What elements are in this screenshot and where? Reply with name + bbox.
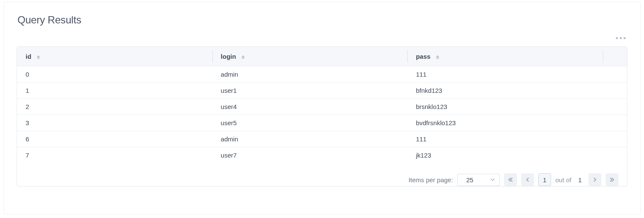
- column-header-label: id: [26, 53, 31, 60]
- table-row: 1 user1 bfnkd123: [17, 83, 627, 99]
- chevron-left-icon: [525, 177, 531, 183]
- total-pages: 1: [576, 176, 584, 184]
- prev-page-button[interactable]: [521, 173, 534, 186]
- cell-id: 3: [17, 115, 212, 131]
- last-page-button[interactable]: [606, 173, 618, 186]
- results-table: id login pass 0 adm: [17, 47, 627, 163]
- chevrons-left-icon: [508, 177, 513, 183]
- items-per-page-label: Items per page:: [409, 176, 453, 184]
- items-per-page-value: 25: [466, 176, 473, 184]
- table-body: 0 admin 111 1 user1 bfnkd123 2 user4 brs…: [17, 66, 627, 164]
- column-header-pass[interactable]: pass: [407, 47, 603, 66]
- column-header-label: pass: [416, 53, 430, 60]
- chevrons-right-icon: [609, 177, 615, 183]
- pagination: Items per page: 25 1 out of 1: [17, 163, 627, 186]
- cell-pass: brsnklo123: [407, 99, 603, 115]
- chevron-right-icon: [592, 177, 598, 183]
- cell-pass: bvdfrsnklo123: [407, 115, 603, 131]
- cell-end: [603, 115, 627, 131]
- cell-pass: jk123: [407, 147, 603, 164]
- cell-login: user1: [212, 83, 408, 99]
- current-page-value: 1: [543, 176, 546, 184]
- column-header-end: [603, 47, 627, 66]
- cell-login: admin: [212, 131, 408, 147]
- cell-login: user5: [212, 115, 408, 131]
- table-header-row: id login pass: [17, 47, 627, 66]
- column-header-label: login: [221, 53, 236, 60]
- cell-id: 2: [17, 99, 212, 115]
- cell-end: [603, 66, 627, 83]
- table-row: 2 user4 brsnklo123: [17, 99, 627, 115]
- sort-icon: [436, 55, 439, 59]
- out-of-label: out of: [555, 176, 571, 184]
- page-title: Query Results: [4, 2, 640, 26]
- first-page-button[interactable]: [504, 173, 517, 186]
- cell-id: 1: [17, 83, 212, 99]
- column-header-id[interactable]: id: [17, 47, 212, 66]
- chevron-down-icon: [490, 177, 495, 182]
- dot-icon: [616, 37, 618, 39]
- cell-id: 6: [17, 131, 212, 147]
- cell-pass: bfnkd123: [407, 83, 603, 99]
- items-per-page-select[interactable]: 25: [457, 174, 500, 186]
- next-page-button[interactable]: [589, 173, 601, 186]
- sort-icon: [241, 55, 245, 59]
- more-menu-button[interactable]: [616, 37, 626, 39]
- query-results-card: Query Results id login pass: [3, 2, 641, 215]
- sort-icon: [37, 55, 40, 59]
- table-row: 7 user7 jk123: [17, 147, 627, 164]
- cell-end: [603, 147, 627, 164]
- cell-id: 7: [17, 147, 212, 164]
- cell-end: [603, 83, 627, 99]
- column-header-login[interactable]: login: [212, 47, 408, 66]
- cell-login: user4: [212, 99, 408, 115]
- table-row: 3 user5 bvdfrsnklo123: [17, 115, 627, 131]
- current-page-input[interactable]: 1: [538, 173, 551, 186]
- results-table-wrap: id login pass 0 adm: [17, 46, 627, 186]
- dot-icon: [620, 37, 622, 39]
- cell-pass: 111: [407, 131, 603, 147]
- table-row: 0 admin 111: [17, 66, 627, 83]
- cell-end: [603, 131, 627, 147]
- dot-icon: [624, 37, 626, 39]
- cell-end: [603, 99, 627, 115]
- table-row: 6 admin 111: [17, 131, 627, 147]
- cell-pass: 111: [407, 66, 603, 83]
- cell-login: user7: [212, 147, 408, 164]
- cell-login: admin: [212, 66, 408, 83]
- cell-id: 0: [17, 66, 212, 83]
